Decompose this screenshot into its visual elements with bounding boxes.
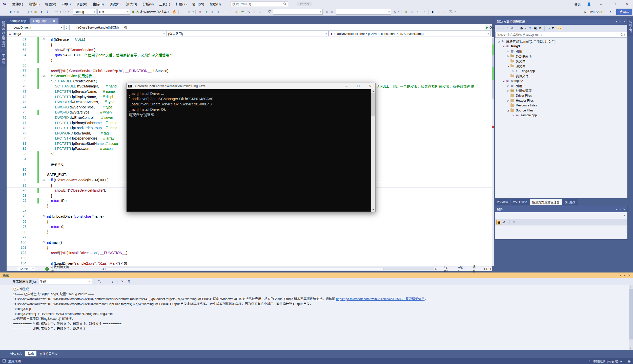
solution-platform-select[interactable]: x86▾ [97, 9, 130, 15]
solution-explorer-search-box[interactable]: 搜索解决方案资源管理器(Ctrl+;) ▾ [495, 32, 627, 38]
menu-调试(D)[interactable]: 调试(D) [107, 0, 123, 8]
tree-item-外部依赖项[interactable]: ▷外部依赖项 [495, 54, 627, 59]
editor-vertical-scrollbar[interactable] [492, 37, 494, 266]
output-clear-all-icon[interactable]: ✕ [120, 279, 125, 284]
tree-item-Resource Files[interactable]: Resource Files [495, 103, 627, 108]
menu-生成(B)[interactable]: 生成(B) [90, 0, 107, 8]
tree-expander-icon[interactable]: ▷ [506, 99, 510, 102]
fold-marker[interactable]: ⊟ [42, 177, 46, 183]
navigate-back-icon[interactable]: ◀ [8, 9, 13, 14]
tree-item-Ring3.cpp[interactable]: ▷++Ring3.cpp [495, 69, 627, 74]
new-window-icon[interactable]: ◫ [234, 9, 239, 14]
copy-docs-icon[interactable]: ⧉ [409, 9, 414, 14]
se-show-code-icon[interactable]: ‹› [548, 26, 549, 30]
encoding-mode-indicator[interactable]: 混合 [473, 265, 479, 273]
output-panel-title-bar[interactable]: 输出 ▾ ▪ ✕ [0, 272, 633, 278]
hot-reload-icon[interactable]: 🔥 [172, 9, 177, 14]
tree-item-引用[interactable]: ▷▦引用 [495, 49, 627, 54]
output-scroll-up-icon[interactable]: ▲ [629, 285, 633, 288]
output-close-icon[interactable]: ✕ [628, 274, 630, 277]
properties-title-bar[interactable]: 属性 ▾▪✕ [495, 206, 627, 212]
hscroll-right-arrow[interactable]: ▶ [435, 268, 437, 270]
sign-in-link[interactable]: 登录 [574, 2, 581, 7]
fold-marker[interactable]: ⊟ [42, 240, 46, 245]
tree-item-Driver Files[interactable]: Driver Files [495, 93, 627, 98]
find-in-files-icon[interactable]: ⌕ [210, 9, 215, 14]
attach-process-icon[interactable]: ⊕ [403, 9, 408, 14]
console-scrollbar[interactable]: ▲ ▼ [371, 89, 375, 212]
props-close-icon[interactable]: ✕ [623, 208, 625, 211]
output-scroll-down-icon[interactable]: ▼ [629, 347, 633, 350]
se-back-icon[interactable]: ◁ [497, 26, 499, 30]
bottom-tab-输出[interactable]: 输出 [25, 351, 36, 356]
panel-tab-解决方案资源管理器[interactable]: 解决方案资源管理器 [530, 199, 562, 205]
output-hyperlink[interactable]: https://go.microsoft.com/fwlink/?linkid=… [336, 297, 425, 301]
menu-测试(S)[interactable]: 测试(S) [123, 0, 140, 8]
tree-item-引用[interactable]: ▷▦引用 [495, 83, 627, 88]
project-scope-select[interactable]: ⊞ Ring3▾ [7, 31, 166, 36]
va-go-button[interactable]: ▶Go [486, 25, 494, 30]
type-scope-select[interactable]: (全局范围)▾ [166, 31, 329, 36]
code-line-65[interactable]: 65 } [7, 58, 492, 63]
tree-expander-icon[interactable]: ▷ [511, 70, 515, 72]
code-line-61[interactable]: 61⊟ if (hService == NULL) [7, 37, 492, 42]
console-title-bar[interactable]: C:\ D:\pro\kerDrv\03-driver\kernel\Debug… [127, 83, 375, 89]
menu-帮助(H)[interactable]: 帮助(H) [207, 0, 223, 8]
editor-horizontal-scrollbar[interactable] [105, 267, 435, 270]
code-line-103[interactable]: 103 [7, 256, 492, 261]
context-spinner[interactable]: ▲▼ [64, 25, 68, 30]
code-line-99[interactable]: 99 [7, 235, 492, 240]
console-maximize-button[interactable]: ☐ [353, 84, 363, 88]
output-pin-icon[interactable]: ▪ [624, 274, 625, 277]
document-tab-sample.cpp[interactable]: sample.cpp [7, 18, 29, 24]
health-indicator-label[interactable]: 未找到相关问题 [51, 265, 72, 273]
menu-扩展(X)[interactable]: 扩展(X) [173, 0, 189, 8]
source-control-caret-icon[interactable]: ▲ [620, 360, 622, 362]
tree-expander-icon[interactable]: ▷ [511, 114, 515, 117]
output-log[interactable]: 已启动生成…1>------ 已启动生成: 项目: Ring3, 配置: Deb… [0, 285, 629, 350]
se-preview-selected-icon[interactable]: ▭ [557, 26, 562, 30]
tree-item-头文件[interactable]: 头文件 [495, 59, 627, 64]
va-context-combobox[interactable]: ▾ [273, 9, 323, 15]
panel-tab-VA Outline[interactable]: VA Outline [511, 199, 529, 205]
save-all-icon[interactable]: ⇓ [45, 9, 50, 14]
find-symbol-icon[interactable]: ⌕ [216, 9, 221, 14]
output-word-wrap-icon[interactable]: ¶ [126, 279, 131, 284]
code-line-101[interactable]: 101{ [7, 245, 492, 251]
pin-icon[interactable]: ▪ [620, 20, 621, 23]
bottom-tab-查找符号结果[interactable]: 查找符号结果 [37, 351, 60, 356]
indent-increase-icon[interactable]: ⇥ [421, 9, 426, 14]
se-home-icon[interactable]: ⌂ [506, 26, 508, 30]
tree-item-外部依赖项[interactable]: ▷外部依赖项 [495, 88, 627, 93]
se-pending-changes-filter-icon[interactable]: ◷ [520, 26, 523, 30]
strikethrough-icon[interactable]: ≢ [258, 9, 263, 14]
output-scrollbar[interactable]: ▲ ▼ [629, 285, 633, 350]
restore-button[interactable]: ❐ [610, 2, 618, 6]
member-scope-select[interactable]: ◆ LoadDriver(const char * pszPath, const… [329, 31, 491, 36]
menu-窗口(W)[interactable]: 窗口(W) [189, 0, 207, 8]
solution-explorer-shortcut-icon[interactable]: ▤ [180, 9, 186, 14]
fold-marker[interactable]: ⊟ [42, 73, 46, 79]
console-minimize-button[interactable]: ─ [341, 84, 352, 88]
tree-item-Header Files[interactable]: ▷Header Files [495, 98, 627, 103]
line-ending-indicator[interactable]: CRLF [484, 267, 492, 271]
close-button[interactable]: ✕ [623, 2, 631, 6]
se-forward-icon[interactable]: ▷ [502, 26, 504, 30]
props-categorized-icon[interactable]: ▦ [496, 220, 501, 224]
new-file-icon[interactable]: ▢ [25, 9, 30, 14]
code-line-96[interactable]: 96{ [7, 219, 492, 224]
right-strip-tab-diagnostic-tools[interactable]: 诊断工具 [627, 18, 633, 36]
feedback-icon[interactable]: 🖈 [608, 9, 613, 14]
clear-bookmarks-icon[interactable]: ⌦ [448, 9, 454, 14]
save-icon[interactable]: ▼ [39, 9, 44, 14]
menu-Git(G)[interactable]: Git(G) [59, 0, 73, 8]
quick-search-box[interactable]: 搜索 (Ctrl+Q) [231, 1, 288, 7]
open-file-icon[interactable]: ▣ [33, 9, 38, 14]
menu-视图(V)[interactable]: 视图(V) [43, 0, 59, 8]
undo-icon[interactable]: ↶ [54, 9, 59, 14]
tree-item-资源文件[interactable]: 资源文件 [495, 74, 627, 79]
va-context-field[interactable]: → LoadDriver.if▾ [7, 25, 64, 30]
bookmark-icon[interactable]: ▮ [430, 9, 435, 14]
code-line-100[interactable]: 100⊟int main() [7, 240, 492, 245]
start-debugging-button[interactable]: ▶ 本地 Windows 调试器▾ [131, 9, 171, 15]
